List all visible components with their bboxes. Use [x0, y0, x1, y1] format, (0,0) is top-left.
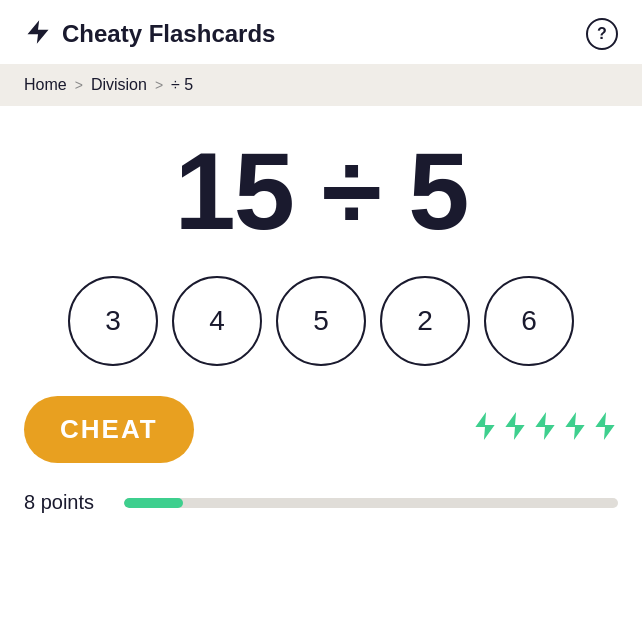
answer-option-4[interactable]: 6 — [484, 276, 574, 366]
svg-marker-1 — [475, 412, 494, 440]
breadcrumb-home[interactable]: Home — [24, 76, 67, 94]
breadcrumb-sep-1: > — [75, 77, 83, 93]
answer-option-3[interactable]: 2 — [380, 276, 470, 366]
main-content: 15 ÷ 5 3 4 5 2 6 CHEAT — [0, 106, 642, 534]
svg-marker-0 — [28, 20, 49, 43]
lightning-icons — [472, 411, 618, 448]
answer-value-0: 3 — [105, 305, 121, 337]
bottom-row: CHEAT — [24, 396, 618, 463]
help-label: ? — [597, 25, 607, 43]
lightning-icon-5 — [592, 411, 618, 448]
answer-value-3: 2 — [417, 305, 433, 337]
answer-option-1[interactable]: 4 — [172, 276, 262, 366]
answer-options: 3 4 5 2 6 — [68, 276, 574, 366]
svg-marker-5 — [595, 412, 614, 440]
lightning-icon-4 — [562, 411, 588, 448]
math-problem: 15 ÷ 5 — [174, 136, 467, 246]
lightning-icon-1 — [472, 411, 498, 448]
answer-option-0[interactable]: 3 — [68, 276, 158, 366]
progress-bar-fill — [124, 498, 183, 508]
breadcrumb: Home > Division > ÷ 5 — [0, 64, 642, 106]
svg-marker-3 — [535, 412, 554, 440]
header-left: Cheaty Flashcards — [24, 18, 275, 50]
breadcrumb-sep-2: > — [155, 77, 163, 93]
lightning-logo-icon — [24, 18, 52, 50]
points-label: 8 points — [24, 491, 104, 514]
answer-value-4: 6 — [521, 305, 537, 337]
breadcrumb-current: ÷ 5 — [171, 76, 193, 94]
cheat-button[interactable]: CHEAT — [24, 396, 194, 463]
points-row: 8 points — [24, 491, 618, 514]
app-title: Cheaty Flashcards — [62, 20, 275, 48]
lightning-icon-2 — [502, 411, 528, 448]
header: Cheaty Flashcards ? — [0, 0, 642, 64]
lightning-icon-3 — [532, 411, 558, 448]
answer-value-2: 5 — [313, 305, 329, 337]
help-button[interactable]: ? — [586, 18, 618, 50]
svg-marker-2 — [505, 412, 524, 440]
svg-marker-4 — [565, 412, 584, 440]
answer-value-1: 4 — [209, 305, 225, 337]
breadcrumb-division[interactable]: Division — [91, 76, 147, 94]
answer-option-2[interactable]: 5 — [276, 276, 366, 366]
progress-bar-container — [124, 498, 618, 508]
